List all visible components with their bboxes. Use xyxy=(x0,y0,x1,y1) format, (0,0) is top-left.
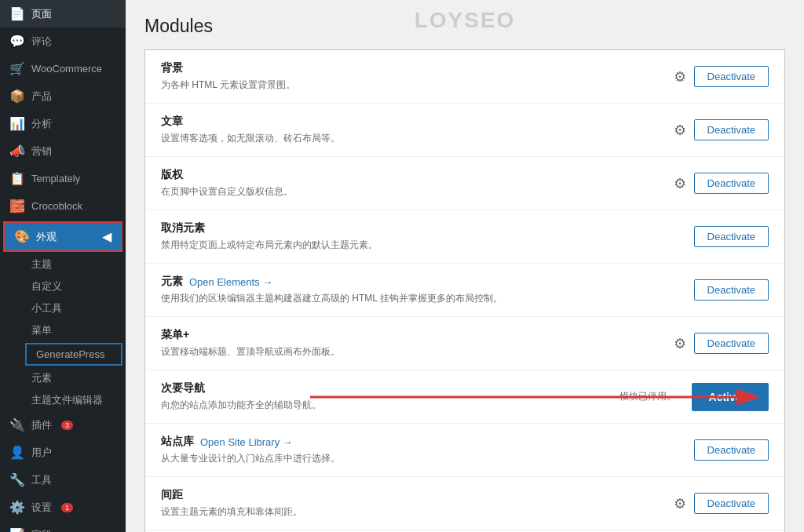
deactivate-button[interactable]: Deactivate xyxy=(694,279,769,301)
sidebar: 📄 页面 💬 评论 🛒 WooCommerce 📦 产品 📊 分析 📣 营销 📋… xyxy=(0,0,126,532)
module-desc: 使用我们的区块编辑器主题构建器建立高级的 HTML 挂钩并掌握更多的布局控制。 xyxy=(161,292,694,305)
comments-icon: 💬 xyxy=(9,34,25,49)
appearance-submenu: 主题 自定义 小工具 菜单 GeneratePress 元素 主题文件编辑器 xyxy=(0,253,126,411)
sidebar-item-products[interactable]: 📦 产品 xyxy=(0,82,126,110)
module-row-spacing: 间距 设置主题元素的填充和靠体间距。 ⚙ Deactivate xyxy=(145,477,784,530)
pages-icon: 📄 xyxy=(9,6,25,21)
module-name: 取消元素 xyxy=(161,221,694,235)
module-link[interactable]: Open Elements → xyxy=(189,276,272,288)
page-title: Modules xyxy=(144,16,785,37)
module-row-site-library: 站点库 Open Site Library → 从大量专业设计的入门站点库中进行… xyxy=(145,424,784,477)
sidebar-item-label: WooCommerce xyxy=(31,63,102,75)
module-info: 次要导航 向您的站点添加功能齐全的辅助导航。 xyxy=(161,381,619,412)
sidebar-item-fields[interactable]: 📝 字段 xyxy=(0,521,126,532)
sidebar-item-pages[interactable]: 📄 页面 xyxy=(0,0,126,27)
module-desc: 设置博客选项，如无限滚动、砖石布局等。 xyxy=(161,132,674,145)
plugins-icon: 🔌 xyxy=(9,417,25,432)
deactivate-button[interactable]: Deactivate xyxy=(694,226,769,247)
sidebar-item-label: 营销 xyxy=(31,144,52,159)
module-name: 间距 xyxy=(161,488,674,502)
appearance-icon: 🎨 xyxy=(14,229,30,244)
crocoblock-icon: 🧱 xyxy=(9,199,25,213)
modules-list: 背景 为各种 HTML 元素设置背景图。 ⚙ Deactivate 文章 设置博… xyxy=(144,49,785,532)
sidebar-item-label: 分析 xyxy=(31,117,52,131)
module-actions: ⚙ Deactivate xyxy=(674,493,769,514)
settings-icon[interactable]: ⚙ xyxy=(674,122,686,139)
sidebar-item-crocoblock[interactable]: 🧱 Crocoblock xyxy=(0,192,126,220)
module-info: 间距 设置主题元素的填充和靠体间距。 xyxy=(161,488,674,519)
module-row-secondary-nav: 次要导航 向您的站点添加功能齐全的辅助导航。 模块已停用。 Activate xyxy=(145,370,784,424)
sidebar-item-label: 设置 xyxy=(31,501,52,515)
module-name: 背景 xyxy=(161,61,674,75)
sidebar-item-comments[interactable]: 💬 评论 xyxy=(0,27,126,55)
module-stopped-text: 模块已停用。 xyxy=(619,390,676,403)
module-name: 文章 xyxy=(161,115,674,129)
settings-icon[interactable]: ⚙ xyxy=(674,335,686,352)
sidebar-item-users[interactable]: 👤 用户 xyxy=(0,439,126,466)
sidebar-item-label: 插件 xyxy=(31,418,52,432)
sidebar-item-theme-editor[interactable]: 主题文件编辑器 xyxy=(22,389,126,411)
sidebar-item-menus[interactable]: 菜单 xyxy=(22,319,126,341)
sidebar-item-templately[interactable]: 📋 Templately xyxy=(0,165,126,192)
sidebar-item-appearance[interactable]: 🎨 外观 ◀ xyxy=(5,223,121,250)
sidebar-item-label: 自定义 xyxy=(31,279,62,293)
module-desc: 禁用特定页面上或特定布局元素内的默认主题元素。 xyxy=(161,239,694,252)
fields-icon: 📝 xyxy=(9,527,25,532)
marketing-icon: 📣 xyxy=(9,144,25,159)
deactivate-button[interactable]: Deactivate xyxy=(694,173,769,194)
settings-icon[interactable]: ⚙ xyxy=(674,175,686,192)
module-desc: 设置主题元素的填充和靠体间距。 xyxy=(161,505,674,519)
deactivate-button[interactable]: Deactivate xyxy=(694,333,769,354)
sidebar-item-generatepress[interactable]: GeneratePress xyxy=(27,344,121,364)
sidebar-item-label: Templately xyxy=(31,173,80,184)
module-row-elements-module: 元素 Open Elements → 使用我们的区块编辑器主题构建器建立高级的 … xyxy=(145,264,784,317)
deactivate-button[interactable]: Deactivate xyxy=(694,119,769,140)
sidebar-item-label: Crocoblock xyxy=(31,200,82,212)
sidebar-item-plugins[interactable]: 🔌 插件 3 xyxy=(0,411,126,439)
module-desc: 为各种 HTML 元素设置背景图。 xyxy=(161,78,674,92)
module-name: 站点库 Open Site Library → xyxy=(161,435,694,449)
sidebar-item-elements[interactable]: 元素 xyxy=(22,367,126,389)
module-actions: Deactivate xyxy=(694,439,769,461)
module-info: 取消元素 禁用特定页面上或特定布局元素内的默认主题元素。 xyxy=(161,221,694,252)
settings-icon[interactable]: ⚙ xyxy=(674,68,686,86)
sidebar-item-woocommerce[interactable]: 🛒 WooCommerce xyxy=(0,55,126,82)
module-actions: ⚙ Deactivate xyxy=(674,173,769,194)
analytics-icon: 📊 xyxy=(9,116,25,131)
settings-icon[interactable]: ⚙ xyxy=(674,495,686,512)
sidebar-item-label: 主题 xyxy=(31,257,52,271)
module-row-menu-plus: 菜单+ 设置移动端标题、置顶导航或画布外面板。 ⚙ Deactivate xyxy=(145,317,784,370)
sidebar-item-widgets[interactable]: 小工具 xyxy=(22,297,126,319)
activate-button[interactable]: Activate xyxy=(692,383,769,411)
woo-icon: 🛒 xyxy=(9,61,25,76)
tools-icon: 🔧 xyxy=(9,472,25,487)
module-row-copyright: 版权 在页脚中设置自定义版权信息。 ⚙ Deactivate xyxy=(145,157,784,210)
module-desc: 向您的站点添加功能齐全的辅助导航。 xyxy=(161,399,619,412)
module-actions: ⚙ Deactivate xyxy=(674,333,769,354)
module-name: 版权 xyxy=(161,168,674,182)
sidebar-item-marketing[interactable]: 📣 营销 xyxy=(0,137,126,165)
sidebar-item-tools[interactable]: 🔧 工具 xyxy=(0,466,126,494)
module-actions: ⚙ Deactivate xyxy=(674,119,769,140)
sidebar-item-themes[interactable]: 主题 xyxy=(22,253,126,275)
deactivate-button[interactable]: Deactivate xyxy=(694,66,769,87)
deactivate-button[interactable]: Deactivate xyxy=(694,439,769,461)
module-desc: 设置移动端标题、置顶导航或画布外面板。 xyxy=(161,345,674,359)
module-info: 文章 设置博客选项，如无限滚动、砖石布局等。 xyxy=(161,115,674,145)
settings-icon-nav: ⚙️ xyxy=(9,500,25,515)
sidebar-item-analytics[interactable]: 📊 分析 xyxy=(0,110,126,137)
module-name: 次要导航 xyxy=(161,381,619,395)
sidebar-item-settings[interactable]: ⚙️ 设置 1 xyxy=(0,494,126,521)
module-actions: Deactivate xyxy=(694,279,769,301)
module-desc: 在页脚中设置自定义版权信息。 xyxy=(161,185,674,199)
module-row-disable-elements: 取消元素 禁用特定页面上或特定布局元素内的默认主题元素。 Deactivate xyxy=(145,210,784,264)
sidebar-item-label: 主题文件编辑器 xyxy=(31,393,103,407)
sidebar-item-customize[interactable]: 自定义 xyxy=(22,275,126,297)
deactivate-button[interactable]: Deactivate xyxy=(694,493,769,514)
module-row-articles: 文章 设置博客选项，如无限滚动、砖石布局等。 ⚙ Deactivate xyxy=(145,104,784,157)
settings-badge: 1 xyxy=(61,503,73,512)
module-link[interactable]: Open Site Library → xyxy=(200,436,293,448)
sidebar-item-label: 评论 xyxy=(31,35,52,49)
module-desc: 从大量专业设计的入门站点库中进行选择。 xyxy=(161,452,694,465)
sidebar-item-label: 小工具 xyxy=(31,301,62,315)
